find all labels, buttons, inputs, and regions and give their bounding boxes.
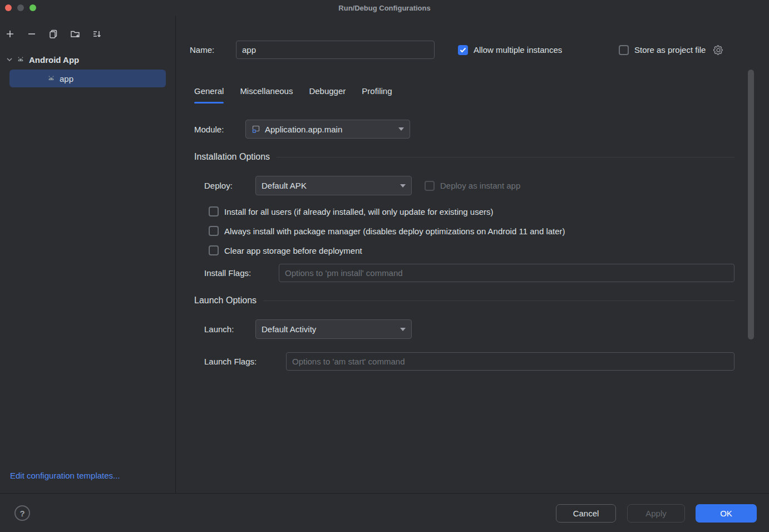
module-label: Module: bbox=[194, 124, 224, 135]
sidebar-item-android-app-group[interactable]: Android App bbox=[7, 51, 169, 68]
cancel-button[interactable]: Cancel bbox=[556, 504, 616, 523]
copy-configuration-icon[interactable] bbox=[48, 29, 58, 39]
ok-button[interactable]: OK bbox=[696, 504, 757, 523]
allow-multiple-instances-label: Allow multiple instances bbox=[474, 45, 562, 55]
module-icon bbox=[252, 125, 260, 134]
configuration-editor-panel: Name: Allow multiple instances Store as … bbox=[176, 16, 769, 493]
sidebar-item-app-configuration[interactable]: app bbox=[9, 70, 166, 87]
checkbox-unchecked-icon bbox=[209, 245, 219, 255]
chevron-down-icon bbox=[398, 127, 404, 131]
configurations-sidebar: Android App app Edit configuration templ… bbox=[0, 16, 176, 493]
android-icon bbox=[47, 74, 56, 83]
install-for-all-users-label: Install for all users (if already instal… bbox=[224, 207, 494, 216]
sort-configurations-icon[interactable] bbox=[92, 29, 102, 39]
help-button[interactable]: ? bbox=[14, 505, 30, 521]
checkbox-unchecked-icon bbox=[209, 226, 219, 236]
tab-profiling[interactable]: Profiling bbox=[362, 86, 392, 104]
remove-configuration-icon[interactable] bbox=[27, 29, 37, 39]
launch-flags-input[interactable] bbox=[286, 352, 735, 371]
install-for-all-users-checkbox[interactable]: Install for all users (if already instal… bbox=[209, 205, 494, 218]
launch-options-section-header: Launch Options bbox=[194, 294, 735, 307]
install-flags-input[interactable] bbox=[279, 264, 735, 282]
store-as-project-file-label: Store as project file bbox=[634, 45, 706, 55]
add-configuration-icon[interactable] bbox=[5, 29, 15, 39]
launch-flags-label: Launch Flags: bbox=[204, 356, 257, 367]
dialog-footer: ? Cancel Apply OK bbox=[0, 493, 769, 532]
checkbox-checked-icon bbox=[458, 45, 468, 55]
edit-configuration-templates-link[interactable]: Edit configuration templates... bbox=[10, 471, 120, 480]
store-as-project-file-checkbox[interactable]: Store as project file bbox=[619, 41, 723, 59]
tree-group-label: Android App bbox=[29, 55, 79, 65]
section-divider bbox=[277, 157, 735, 157]
tab-miscellaneous[interactable]: Miscellaneous bbox=[240, 86, 293, 104]
question-mark-icon: ? bbox=[19, 509, 24, 518]
deploy-select[interactable]: Default APK bbox=[255, 176, 412, 195]
always-install-package-manager-checkbox[interactable]: Always install with package manager (dis… bbox=[209, 224, 565, 238]
chevron-down-icon bbox=[400, 184, 406, 188]
name-label: Name: bbox=[190, 45, 214, 56]
checkbox-disabled-icon bbox=[425, 181, 435, 191]
window-title: Run/Debug Configurations bbox=[0, 4, 769, 12]
vertical-scrollbar-thumb[interactable] bbox=[748, 70, 754, 339]
deploy-select-value: Default APK bbox=[262, 181, 307, 190]
install-flags-label: Install Flags: bbox=[204, 268, 251, 279]
always-install-package-manager-label: Always install with package manager (dis… bbox=[224, 226, 565, 236]
installation-options-title: Installation Options bbox=[194, 152, 270, 162]
run-debug-configurations-dialog: Run/Debug Configurations bbox=[0, 0, 769, 532]
tab-debugger[interactable]: Debugger bbox=[309, 86, 346, 104]
allow-multiple-instances-checkbox[interactable]: Allow multiple instances bbox=[458, 41, 562, 59]
configuration-tabs: General Miscellaneous Debugger Profiling bbox=[194, 86, 392, 104]
deploy-as-instant-app-checkbox: Deploy as instant app bbox=[425, 176, 520, 195]
installation-options-section-header: Installation Options bbox=[194, 151, 735, 163]
module-select[interactable]: Application.app.main bbox=[245, 120, 410, 139]
clear-app-storage-label: Clear app storage before deployment bbox=[224, 246, 362, 255]
tab-general[interactable]: General bbox=[194, 86, 224, 104]
tree-item-label: app bbox=[60, 74, 73, 83]
new-folder-icon[interactable] bbox=[70, 29, 80, 39]
clear-app-storage-checkbox[interactable]: Clear app storage before deployment bbox=[209, 244, 362, 257]
chevron-down-icon bbox=[400, 328, 406, 331]
sidebar-toolbar bbox=[5, 29, 102, 39]
launch-select[interactable]: Default Activity bbox=[255, 319, 412, 339]
apply-button[interactable]: Apply bbox=[627, 504, 685, 523]
module-select-value: Application.app.main bbox=[265, 125, 342, 134]
checkbox-unchecked-icon bbox=[619, 45, 629, 55]
deploy-label: Deploy: bbox=[204, 180, 233, 191]
name-input[interactable] bbox=[236, 41, 435, 59]
android-icon bbox=[16, 55, 25, 64]
section-divider bbox=[263, 301, 735, 301]
titlebar: Run/Debug Configurations bbox=[0, 0, 769, 16]
deploy-as-instant-app-label: Deploy as instant app bbox=[440, 181, 520, 190]
launch-options-title: Launch Options bbox=[194, 295, 257, 306]
chevron-down-icon bbox=[7, 57, 12, 62]
gear-icon[interactable] bbox=[713, 45, 723, 55]
launch-select-value: Default Activity bbox=[262, 324, 316, 334]
checkbox-unchecked-icon bbox=[209, 206, 219, 216]
launch-label: Launch: bbox=[204, 324, 234, 335]
